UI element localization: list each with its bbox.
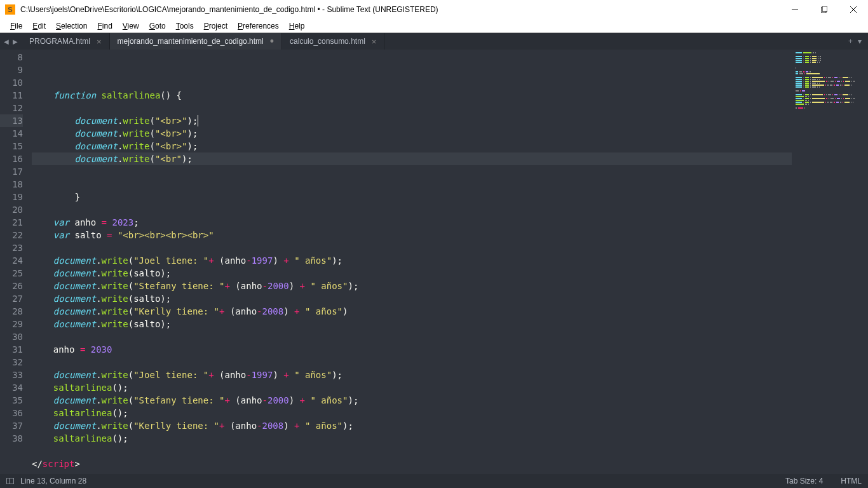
- line-number: 34: [0, 381, 23, 394]
- code-line: saltarlinea();: [32, 432, 792, 445]
- code-line: document.write(salto);: [32, 292, 792, 305]
- code-line: }: [32, 191, 792, 203]
- code-line: [32, 203, 792, 216]
- code-line: [32, 356, 792, 369]
- line-number: 11: [0, 89, 23, 102]
- tab-close-icon[interactable]: ×: [372, 37, 377, 46]
- line-number: 22: [0, 229, 23, 241]
- code-line: document.write("Joel tiene: "+ (anho-199…: [32, 254, 792, 267]
- nav-back-icon[interactable]: ◀: [4, 38, 9, 45]
- menu-preferences[interactable]: Preferences: [233, 20, 284, 32]
- line-number: 8: [0, 51, 23, 64]
- menu-project[interactable]: Project: [199, 20, 233, 32]
- svg-rect-0: [792, 10, 798, 10]
- window-titlebar: S C:\Users\joels\OneDrive\Escritorio\LOG…: [0, 0, 868, 19]
- tab-menu-icon[interactable]: ▾: [858, 37, 862, 46]
- line-number: 37: [0, 419, 23, 432]
- maximize-button[interactable]: [810, 0, 839, 19]
- line-number: 18: [0, 178, 23, 191]
- line-number: 13: [0, 114, 23, 127]
- minimap[interactable]: [792, 50, 868, 474]
- line-number: 9: [0, 64, 23, 76]
- code-line: [32, 330, 792, 343]
- tab-label: mejorando_mantenimiento_de_codigo.html: [118, 37, 264, 46]
- menu-tools[interactable]: Tools: [171, 20, 199, 32]
- tab-mejorando-mantenimiento-de-codigo-html[interactable]: mejorando_mantenimiento_de_codigo.html•: [110, 33, 282, 50]
- window-controls: [780, 0, 868, 19]
- code-editor[interactable]: function saltarlinea() { document.write(…: [32, 50, 792, 474]
- line-number: 12: [0, 102, 23, 114]
- code-line: document.write("Stefany tiene: "+ (anho-…: [32, 394, 792, 407]
- code-line: document.write("<br>");: [32, 140, 792, 152]
- line-number: 36: [0, 407, 23, 419]
- line-number: 30: [0, 330, 23, 343]
- menu-file[interactable]: File: [5, 20, 27, 32]
- minimize-button[interactable]: [780, 0, 810, 19]
- line-number-gutter: 8910111213141516171819202122232425262728…: [0, 50, 32, 474]
- code-line: var anho = 2023;: [32, 216, 792, 229]
- menu-help[interactable]: Help: [284, 20, 310, 32]
- line-number: 35: [0, 394, 23, 407]
- tab-close-icon[interactable]: ×: [97, 37, 102, 46]
- line-number: 15: [0, 140, 23, 152]
- code-line: anho = 2030: [32, 343, 792, 356]
- new-tab-icon[interactable]: +: [848, 37, 853, 46]
- menu-bar: FileEditSelectionFindViewGotoToolsProjec…: [0, 19, 868, 33]
- code-line: [32, 165, 792, 178]
- line-number: 27: [0, 292, 23, 305]
- menu-view[interactable]: View: [118, 20, 144, 32]
- code-line: [32, 445, 792, 458]
- text-cursor: [198, 115, 198, 126]
- syntax-selector[interactable]: HTML: [841, 477, 862, 485]
- code-line: [32, 470, 792, 483]
- code-line: [32, 178, 792, 191]
- code-line: var salto = "<br><br><br><br>": [32, 229, 792, 241]
- menu-edit[interactable]: Edit: [27, 20, 51, 32]
- line-number: 23: [0, 241, 23, 254]
- code-line: document.write("Kerlly tiene: "+ (anho-2…: [32, 305, 792, 318]
- line-number: 24: [0, 254, 23, 267]
- line-number: 29: [0, 318, 23, 330]
- tab-label: calculo_consumo.html: [290, 37, 365, 46]
- code-line: function saltarlinea() {: [32, 89, 792, 102]
- line-number: 21: [0, 216, 23, 229]
- menu-find[interactable]: Find: [92, 20, 117, 32]
- window-title: C:\Users\joels\OneDrive\Escritorio\LOGIC…: [20, 5, 780, 14]
- line-number: 33: [0, 369, 23, 381]
- code-line: document.write("Joel tiene: "+ (anho-199…: [32, 369, 792, 381]
- menu-selection[interactable]: Selection: [51, 20, 92, 32]
- tab-label: PROGRAMA.html: [29, 37, 90, 46]
- app-icon: S: [5, 4, 15, 15]
- code-line: document.write("<br");: [32, 152, 792, 165]
- code-line: document.write(salto);: [32, 318, 792, 330]
- panel-toggle-icon[interactable]: [6, 478, 14, 484]
- code-line: saltarlinea();: [32, 381, 792, 394]
- line-number: 31: [0, 343, 23, 356]
- line-number: 14: [0, 127, 23, 140]
- line-number: 32: [0, 356, 23, 369]
- line-number: 10: [0, 76, 23, 89]
- line-number: 19: [0, 191, 23, 203]
- line-number: 17: [0, 165, 23, 178]
- code-line: [32, 241, 792, 254]
- tab-calculo-consumo-html[interactable]: calculo_consumo.html×: [282, 33, 384, 50]
- line-number: 16: [0, 152, 23, 165]
- line-number: 26: [0, 280, 23, 292]
- tab-programa-html[interactable]: PROGRAMA.html×: [22, 33, 110, 50]
- menu-goto[interactable]: Goto: [144, 20, 171, 32]
- line-number: 38: [0, 432, 23, 445]
- code-line: document.write("<br>");: [32, 127, 792, 140]
- code-line: </script>: [32, 458, 792, 470]
- code-line: document.write("Kerlly tiene: "+ (anho-2…: [32, 419, 792, 432]
- line-number: 20: [0, 203, 23, 216]
- nav-forward-icon[interactable]: ▶: [13, 38, 18, 45]
- tab-bar: ◀ ▶ PROGRAMA.html×mejorando_mantenimient…: [0, 33, 868, 50]
- code-line: saltarlinea();: [32, 407, 792, 419]
- code-line: document.write("<br>");: [32, 114, 792, 127]
- svg-rect-2: [822, 6, 827, 11]
- close-button[interactable]: [839, 0, 868, 19]
- code-line: document.write("Stefany tiene: "+ (anho-…: [32, 280, 792, 292]
- editor-area: 8910111213141516171819202122232425262728…: [0, 50, 868, 474]
- code-line: [32, 102, 792, 114]
- code-line: document.write(salto);: [32, 267, 792, 280]
